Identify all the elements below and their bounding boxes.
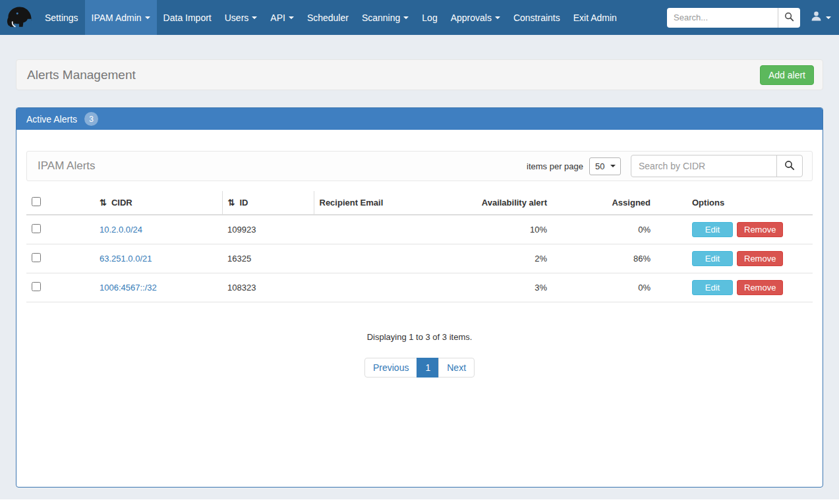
nav-item-label: Settings [45, 13, 78, 23]
panel-heading: Active Alerts 3 [16, 108, 823, 130]
page-title: Alerts Management [27, 68, 136, 82]
table-row: 1006:4567::/321083233%0%EditRemove [26, 273, 813, 302]
pagination-next[interactable]: Next [438, 358, 475, 378]
cidr-link[interactable]: 63.251.0.0/21 [100, 254, 152, 264]
options-cell: EditRemove [682, 273, 813, 302]
checkbox-cell [26, 273, 94, 302]
checkbox-cell [26, 244, 94, 273]
cidr-search-button[interactable] [776, 155, 803, 177]
nav-item-label: Exit Admin [573, 13, 617, 23]
options-cell: EditRemove [682, 244, 813, 273]
column-header-options: Options [682, 191, 813, 215]
remove-button[interactable]: Remove [737, 222, 783, 237]
sort-icon: ⇅ [100, 198, 107, 208]
id-cell: 16325 [222, 244, 314, 273]
select-all-checkbox[interactable] [32, 197, 41, 206]
pagination-page-1[interactable]: 1 [417, 358, 439, 378]
id-cell: 109923 [222, 215, 314, 244]
nav-item-label: Log [422, 13, 437, 23]
column-header-availability-alert: Availability alert [475, 191, 552, 215]
navbar-search-group [667, 8, 800, 28]
nav-item-label: Approvals [451, 13, 492, 23]
table-toolbar: IPAM Alerts items per page 50 [26, 151, 813, 181]
nav-item-constraints[interactable]: Constraints [507, 0, 567, 35]
column-header-recipient-email: Recipient Email [314, 191, 475, 215]
cidr-link[interactable]: 10.2.0.0/24 [100, 225, 142, 235]
nav-item-ipam-admin[interactable]: IPAM Admin [85, 0, 157, 35]
row-checkbox[interactable] [32, 282, 41, 291]
search-icon [784, 160, 795, 173]
items-per-page-value: 50 [595, 161, 604, 171]
page-header: Alerts Management Add alert [16, 59, 823, 90]
nav-item-log[interactable]: Log [415, 0, 444, 35]
items-per-page-select[interactable]: 50 [589, 157, 621, 175]
id-cell: 108323 [222, 273, 314, 302]
column-label: ID [239, 198, 248, 208]
navbar: SettingsIPAM AdminData ImportUsersAPISch… [0, 0, 839, 35]
add-alert-button[interactable]: Add alert [760, 65, 814, 85]
checkbox-cell [26, 215, 94, 244]
assigned-cell: 0% [552, 273, 682, 302]
edit-button[interactable]: Edit [692, 251, 733, 266]
navbar-search-button[interactable] [778, 8, 800, 28]
caret-down-icon [252, 16, 257, 19]
panel-body: IPAM Alerts items per page 50 [16, 130, 823, 387]
user-menu-button[interactable] [811, 11, 831, 24]
toolbar-controls: items per page 50 [527, 155, 803, 177]
remove-button[interactable]: Remove [737, 251, 783, 266]
table-row: 10.2.0.0/2410992310%0%EditRemove [26, 215, 813, 244]
cidr-link[interactable]: 1006:4567::/32 [100, 283, 157, 293]
column-header-id[interactable]: ⇅ID [222, 191, 314, 215]
search-icon [784, 12, 794, 24]
recipient-email-cell [314, 244, 475, 273]
availability-alert-cell: 10% [475, 215, 552, 244]
assigned-cell: 0% [552, 215, 682, 244]
column-label: CIDR [111, 198, 132, 208]
active-alerts-panel: Active Alerts 3 IPAM Alerts items per pa… [16, 107, 823, 488]
table-header-row: ⇅CIDR ⇅ID Recipient Email Availability a… [26, 191, 813, 215]
nav-item-approvals[interactable]: Approvals [444, 0, 507, 35]
mammoth-logo-icon[interactable] [4, 0, 34, 35]
cidr-search-group [631, 155, 803, 177]
navbar-right [667, 0, 839, 35]
nav-item-scheduler[interactable]: Scheduler [301, 0, 355, 35]
nav-item-scanning[interactable]: Scanning [355, 0, 415, 35]
nav-item-users[interactable]: Users [218, 0, 264, 35]
caret-down-icon [495, 16, 500, 19]
nav-item-label: API [270, 13, 285, 23]
cidr-search-input[interactable] [631, 155, 777, 177]
nav-item-exit-admin[interactable]: Exit Admin [567, 0, 623, 35]
table-subtitle: IPAM Alerts [38, 159, 96, 173]
caret-down-icon [403, 16, 409, 19]
pagination: Previous 1 Next [26, 358, 813, 378]
recipient-email-cell [314, 273, 475, 302]
nav-item-label: Scanning [362, 13, 400, 23]
nav-item-settings[interactable]: Settings [38, 0, 85, 35]
sort-icon: ⇅ [228, 198, 235, 208]
options-cell: EditRemove [682, 215, 813, 244]
column-header-assigned: Assigned [552, 191, 682, 215]
displaying-text: Displaying 1 to 3 of 3 items. [26, 332, 813, 342]
assigned-cell: 86% [552, 244, 682, 273]
caret-down-icon [826, 16, 831, 19]
remove-button[interactable]: Remove [737, 280, 783, 295]
cidr-cell: 63.251.0.0/21 [94, 244, 222, 273]
nav-item-data-import[interactable]: Data Import [157, 0, 218, 35]
page-root: SettingsIPAM AdminData ImportUsersAPISch… [0, 0, 839, 499]
items-per-page-label: items per page [527, 161, 583, 171]
alerts-table: ⇅CIDR ⇅ID Recipient Email Availability a… [26, 191, 813, 302]
nav-item-api[interactable]: API [264, 0, 301, 35]
column-header-cidr[interactable]: ⇅CIDR [94, 191, 222, 215]
pagination-previous[interactable]: Previous [364, 358, 417, 378]
navbar-menu: SettingsIPAM AdminData ImportUsersAPISch… [38, 0, 623, 35]
select-all-cell [26, 191, 94, 215]
row-checkbox[interactable] [32, 253, 41, 262]
edit-button[interactable]: Edit [692, 222, 733, 237]
nav-item-label: Constraints [513, 13, 560, 23]
edit-button[interactable]: Edit [692, 280, 733, 295]
nav-item-label: Users [225, 13, 249, 23]
navbar-search-input[interactable] [667, 8, 778, 28]
table-row: 63.251.0.0/21163252%86%EditRemove [26, 244, 813, 273]
nav-item-label: Scheduler [307, 13, 349, 23]
row-checkbox[interactable] [32, 224, 41, 233]
